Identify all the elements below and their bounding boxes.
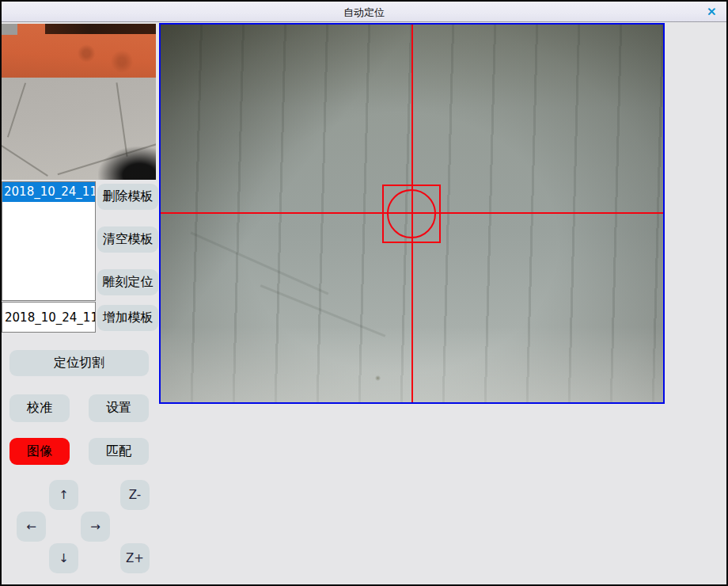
template-thumbnail <box>2 24 156 180</box>
position-cut-button[interactable]: 定位切割 <box>9 350 149 376</box>
thumbnail-tile-line <box>116 82 127 156</box>
template-list[interactable]: 2018_10_24_11 <box>2 181 96 301</box>
template-name-input[interactable] <box>2 302 96 333</box>
list-item[interactable]: 2018_10_24_11 <box>2 182 95 202</box>
dialog-title: 自动定位 <box>2 6 726 20</box>
delete-template-button[interactable]: 删除模板 <box>97 184 158 210</box>
z-plus-button[interactable]: Z+ <box>120 543 150 573</box>
titlebar: 自动定位 ✕ <box>2 2 726 22</box>
jog-down-button[interactable]: ↓ <box>49 543 78 573</box>
jog-up-button[interactable]: ↑ <box>49 480 78 510</box>
jog-left-button[interactable]: ← <box>17 512 46 542</box>
camera-view[interactable] <box>159 23 665 404</box>
image-button[interactable]: 图像 <box>9 438 70 465</box>
thumbnail-dark-strip <box>45 24 156 34</box>
z-minus-button[interactable]: Z- <box>120 480 150 510</box>
settings-button[interactable]: 设置 <box>89 394 149 422</box>
match-button[interactable]: 匹配 <box>89 438 149 465</box>
target-circle-overlay <box>387 189 436 238</box>
thumbnail-tile-line <box>7 82 26 137</box>
thumbnail-grey-block <box>2 24 17 35</box>
clear-templates-button[interactable]: 清空模板 <box>97 226 158 253</box>
auto-position-dialog: 自动定位 ✕ 2018_10_24_11 删除模板 清空模板 雕刻定位 增加模板… <box>0 0 728 586</box>
thumbnail-tile-line <box>2 145 48 177</box>
calibrate-button[interactable]: 校准 <box>9 394 70 422</box>
jog-right-button[interactable]: → <box>81 512 110 542</box>
engrave-position-button[interactable]: 雕刻定位 <box>97 269 158 295</box>
camera-dust-spot <box>375 375 381 381</box>
thumbnail-dark-object <box>98 146 156 180</box>
add-template-button[interactable]: 增加模板 <box>97 305 158 331</box>
close-icon[interactable]: ✕ <box>703 4 720 20</box>
